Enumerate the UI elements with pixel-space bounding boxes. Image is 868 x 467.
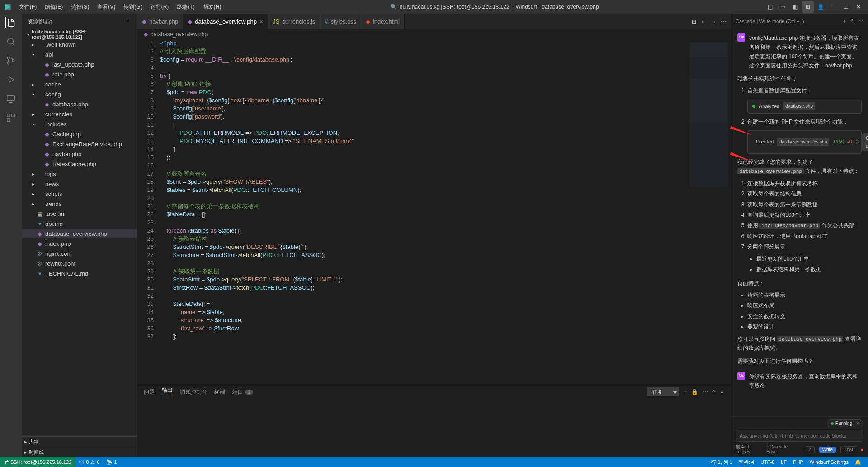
chat-mode-button[interactable]: Chat [840,446,856,453]
account-icon[interactable]: 👤 [815,1,826,13]
list-item: 安全的数据转义 [747,312,862,321]
layout-icon[interactable]: ◫ [764,1,776,13]
mode-toggle[interactable]: ↗ [805,446,815,453]
chat-input[interactable] [736,430,863,442]
more-icon[interactable]: ⋯ [126,19,131,24]
task-select[interactable]: 任务 [647,387,679,396]
menu-item[interactable]: 编辑(E) [41,1,66,13]
breadcrumb[interactable]: ◆database_overview.php [137,29,731,39]
workspace-root[interactable]: ▾ huilv.haoai.us.kg [SSH: root@156.225.1… [22,29,137,39]
editor-tab[interactable]: ◆database_overview.php× [183,14,268,29]
history-icon[interactable]: ↻ [851,18,855,24]
remote-indicator[interactable]: ⇄ SSH: root@156.225.18.122 [0,457,76,467]
panel-icon[interactable]: ▭ [777,1,788,13]
folder-item[interactable]: ▸currencies [22,109,137,119]
maximize-button[interactable]: ☐ [840,1,852,13]
folder-item[interactable]: ▸cache [22,79,137,89]
timeline-section[interactable]: ▸时间线 [22,447,137,457]
outline-section[interactable]: ▸大纲 [22,437,137,447]
more-icon[interactable]: ⋯ [859,18,863,24]
menu-item[interactable]: 查看(V) [94,1,119,13]
more-icon[interactable]: ⋯ [703,389,708,395]
file-item[interactable]: ⚙nginx.conf [22,248,137,258]
remote-icon[interactable] [5,93,16,104]
tool-call-analyzed[interactable]: Analyzeddatabase.php [747,99,862,114]
layout2-icon[interactable]: ◧ [789,1,801,13]
file-item[interactable]: ◆last_update.php [22,59,137,69]
panel-tab[interactable]: 输出 [162,386,173,397]
menu-item[interactable]: 终端(T) [173,1,198,13]
search-icon[interactable] [5,36,16,47]
panel-tab[interactable]: 调试控制台 [180,388,207,396]
ports-indicator[interactable]: 📡 1 [103,459,120,465]
folder-item[interactable]: ▸trends [22,199,137,209]
file-item[interactable]: ◆database.php [22,99,137,109]
lock-icon[interactable]: 🔒 [691,389,698,395]
new-chat-icon[interactable]: ＋ [842,18,847,24]
menu-item[interactable]: 转到(G) [120,1,146,13]
model-select[interactable]: ^ Cascade Base [766,444,796,454]
write-mode-button[interactable]: Write [819,447,836,453]
editor-tab[interactable]: ◆index.html [361,14,405,29]
folder-item[interactable]: ▸.well-known [22,39,137,49]
file-item[interactable]: ▤.user.ini [22,209,137,219]
folder-item[interactable]: ▸logs [22,169,137,179]
file-item[interactable]: ▾TECHNICAL.md [22,268,137,278]
close-button[interactable]: ✕ [853,1,864,13]
eol-indicator[interactable]: LF [778,459,790,466]
encoding-indicator[interactable]: UTF-8 [757,459,778,466]
file-item[interactable]: ◆database_overview.php [22,229,137,238]
add-images-button[interactable]: 🖼 Add images [736,444,762,454]
stop-button[interactable]: ■ [861,447,863,452]
filter-icon[interactable]: ≡ [684,389,687,395]
close-tab-icon[interactable]: × [259,18,263,25]
folder-item[interactable]: ▸news [22,179,137,189]
menu-item[interactable]: 文件(F) [15,1,40,13]
language-indicator[interactable]: PHP [790,459,807,466]
running-chip[interactable]: Running✕ [827,419,863,427]
file-item[interactable]: ◆rate.php [22,69,137,79]
extensions-icon[interactable] [5,112,16,123]
notification-icon[interactable]: 🔔 [852,459,864,466]
file-item[interactable]: ◆RatesCache.php [22,159,137,169]
file-item[interactable]: ◆index.php [22,238,137,248]
folder-item[interactable]: ▾includes [22,119,137,129]
editor-tab[interactable]: #styles.css [320,14,361,29]
minimap[interactable] [687,39,731,385]
open-diff-button[interactable]: Open diff [862,133,868,151]
folder-item[interactable]: ▾api [22,49,137,59]
menu-item[interactable]: 帮助(H) [199,1,225,13]
minimize-button[interactable]: ─ [827,1,839,13]
menu-item[interactable]: 运行(R) [147,1,173,13]
scm-icon[interactable] [5,55,16,66]
code-editor[interactable]: <?php// 引入数据库配置$config = require __DIR__… [160,39,687,385]
file-item[interactable]: ▾api.md [22,219,137,229]
debug-icon[interactable] [5,74,16,85]
panel-tab[interactable]: 问题 [144,388,155,396]
panel-tab[interactable]: 终端 [214,388,225,396]
search-icon[interactable]: 🔍 [390,4,397,10]
editor-tab[interactable]: ◆navbar.php [137,14,183,29]
problems-indicator[interactable]: ⓧ 0 ⚠ 0 [76,459,103,466]
indent-indicator[interactable]: 空格: 4 [736,459,757,466]
menu-item[interactable]: 选择(S) [67,1,93,13]
tool-call-created[interactable]: Createddatabase_overview.php +150-00 Ope… [747,130,862,154]
file-item[interactable]: ⚙rewrite.conf [22,258,137,268]
compare-icon[interactable]: ⊟ [692,19,696,25]
folder-item[interactable]: ▾config [22,89,137,99]
more-icon[interactable]: ⋯ [721,19,726,25]
panel-tab[interactable]: 端口1 [232,388,253,396]
nav-back-icon[interactable]: ← [701,19,706,25]
folder-item[interactable]: ▸scripts [22,189,137,199]
file-item[interactable]: ◆ExchangeRateService.php [22,139,137,149]
windsurf-settings[interactable]: Windsurf Settings [807,459,852,466]
file-item[interactable]: ◆navbar.php [22,149,137,159]
close-panel-icon[interactable]: ✕ [720,389,724,395]
file-item[interactable]: ◆Cache.php [22,129,137,139]
cursor-position[interactable]: 行 1, 列 1 [708,459,735,466]
nav-fwd-icon[interactable]: → [711,19,716,25]
editor-tab[interactable]: JScurrencies.js [268,14,320,29]
grid-icon[interactable]: ⊞ [802,1,814,13]
chevron-up-icon[interactable]: ^ [712,389,715,395]
explorer-icon[interactable] [5,17,16,28]
